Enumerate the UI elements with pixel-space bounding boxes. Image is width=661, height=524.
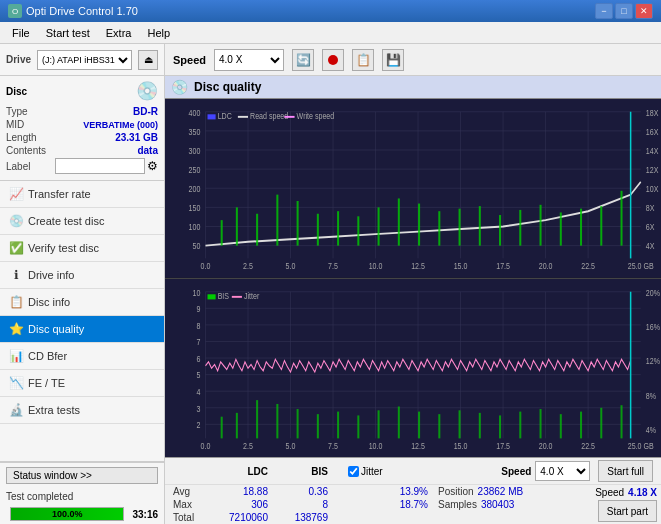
close-button[interactable]: ✕ xyxy=(635,3,653,19)
minimize-button[interactable]: − xyxy=(595,3,613,19)
nav-fe-te-label: FE / TE xyxy=(28,377,65,389)
total-bis: 138769 xyxy=(268,512,328,523)
copy-button[interactable]: 📋 xyxy=(352,49,374,71)
disc-contents-row: Contents data xyxy=(6,145,158,156)
nav-create-test-disc[interactable]: 💿 Create test disc xyxy=(0,208,164,235)
samples-value: 380403 xyxy=(481,499,514,510)
nav-verify-test-disc-label: Verify test disc xyxy=(28,242,99,254)
jitter-checkbox[interactable] xyxy=(348,466,359,477)
svg-text:10X: 10X xyxy=(646,184,659,194)
svg-rect-21 xyxy=(236,207,238,245)
svg-rect-106 xyxy=(418,411,420,438)
chart-title: Disc quality xyxy=(194,80,261,94)
svg-rect-110 xyxy=(499,415,501,438)
nav-extra-tests[interactable]: 🔬 Extra tests xyxy=(0,397,164,424)
stats-left: Avg 18.88 0.36 13.9% Position 23862 MB M… xyxy=(165,485,591,524)
disc-length-row: Length 23.31 GB xyxy=(6,132,158,143)
svg-text:10: 10 xyxy=(193,287,201,297)
svg-text:7: 7 xyxy=(196,337,200,347)
speed-display-label: Speed xyxy=(595,487,624,498)
svg-text:4X: 4X xyxy=(646,242,655,252)
svg-text:20.0: 20.0 xyxy=(539,261,553,271)
progress-row: 100.0% 33:16 xyxy=(0,505,164,524)
nav-transfer-rate[interactable]: 📈 Transfer rate xyxy=(0,181,164,208)
nav-fe-te[interactable]: 📉 FE / TE xyxy=(0,370,164,397)
save-button[interactable]: 💾 xyxy=(382,49,404,71)
drive-label: Drive xyxy=(6,54,31,65)
transfer-rate-icon: 📈 xyxy=(8,186,24,202)
menu-extra[interactable]: Extra xyxy=(98,25,140,41)
svg-rect-98 xyxy=(256,400,258,438)
status-window-button[interactable]: Status window >> xyxy=(6,467,158,484)
title-bar-left: O Opti Drive Control 1.70 xyxy=(8,4,138,18)
start-full-button[interactable]: Start full xyxy=(598,460,653,482)
elapsed-time: 33:16 xyxy=(132,509,158,520)
disc-type-value: BD-R xyxy=(133,106,158,117)
svg-rect-100 xyxy=(297,409,299,438)
save-icon: 💾 xyxy=(386,53,401,67)
speed-select[interactable]: 4.0 X xyxy=(214,49,284,71)
svg-text:350: 350 xyxy=(189,127,201,137)
status-window-section: Status window >> xyxy=(0,462,164,488)
stats-avg-row: Avg 18.88 0.36 13.9% Position 23862 MB xyxy=(165,485,591,498)
max-bis: 8 xyxy=(268,499,328,510)
eject-button[interactable]: ⏏ xyxy=(138,50,158,70)
svg-text:12.5: 12.5 xyxy=(411,440,425,450)
nav-verify-test-disc[interactable]: ✅ Verify test disc xyxy=(0,235,164,262)
svg-rect-35 xyxy=(519,210,521,246)
stats-data: Avg 18.88 0.36 13.9% Position 23862 MB M… xyxy=(165,485,661,524)
svg-rect-112 xyxy=(540,409,542,438)
nav-drive-info[interactable]: ℹ Drive info xyxy=(0,262,164,289)
nav-disc-info[interactable]: 📋 Disc info xyxy=(0,289,164,316)
svg-rect-22 xyxy=(256,214,258,246)
record-icon xyxy=(328,55,338,65)
nav-disc-quality[interactable]: ⭐ Disc quality xyxy=(0,316,164,343)
disc-contents-label: Contents xyxy=(6,145,46,156)
svg-rect-101 xyxy=(317,414,319,438)
start-part-button[interactable]: Start part xyxy=(598,500,657,522)
svg-text:Read speed: Read speed xyxy=(250,112,288,122)
nav-cd-bfer[interactable]: 📊 CD Bfer xyxy=(0,343,164,370)
svg-rect-97 xyxy=(236,412,238,438)
window-controls: − □ ✕ xyxy=(595,3,653,19)
nav-disc-info-label: Disc info xyxy=(28,296,70,308)
svg-text:6: 6 xyxy=(196,354,200,364)
menu-start-test[interactable]: Start test xyxy=(38,25,98,41)
svg-text:22.5: 22.5 xyxy=(581,261,595,271)
speed-dropdown[interactable]: 4.0 X xyxy=(535,461,590,481)
spin-button[interactable]: 🔄 xyxy=(292,49,314,71)
disc-type-row: Type BD-R xyxy=(6,106,158,117)
svg-text:20.0: 20.0 xyxy=(539,440,553,450)
svg-rect-20 xyxy=(221,220,223,246)
svg-rect-104 xyxy=(378,410,380,438)
svg-rect-99 xyxy=(276,403,278,437)
svg-rect-96 xyxy=(221,416,223,438)
jitter-checkbox-label[interactable]: Jitter xyxy=(348,466,501,477)
avg-ldc: 18.88 xyxy=(203,486,268,497)
svg-text:15.0: 15.0 xyxy=(454,261,468,271)
svg-rect-26 xyxy=(337,211,339,245)
svg-rect-29 xyxy=(398,198,400,245)
svg-text:4: 4 xyxy=(196,387,200,397)
drive-select[interactable]: (J:) ATAPI iHBS312 2 PL17 xyxy=(37,50,132,70)
disc-title: Disc xyxy=(6,86,27,97)
jitter-label: Jitter xyxy=(361,466,383,477)
svg-rect-102 xyxy=(337,411,339,438)
stats-bar: LDC BIS Jitter Speed 4.0 X Start full xyxy=(165,457,661,524)
extra-tests-icon: 🔬 xyxy=(8,402,24,418)
menu-file[interactable]: File xyxy=(4,25,38,41)
svg-rect-23 xyxy=(276,195,278,246)
chart2-svg: 10 9 8 7 6 5 4 3 2 20% 16% 12% 8% 4% xyxy=(165,279,661,458)
menu-help[interactable]: Help xyxy=(139,25,178,41)
disc-label-input[interactable] xyxy=(55,158,145,174)
progress-bar-container: 100.0% xyxy=(10,507,124,521)
disc-label-btn[interactable]: ⚙ xyxy=(147,159,158,173)
record-button[interactable] xyxy=(322,49,344,71)
stats-total-row: Total 7210060 138769 xyxy=(165,511,591,524)
create-test-disc-icon: 💿 xyxy=(8,213,24,229)
svg-rect-31 xyxy=(438,211,440,245)
speed-label: Speed xyxy=(173,54,206,66)
maximize-button[interactable]: □ xyxy=(615,3,633,19)
speed-display-value: 4.18 X xyxy=(628,487,657,498)
svg-text:14X: 14X xyxy=(646,146,659,156)
